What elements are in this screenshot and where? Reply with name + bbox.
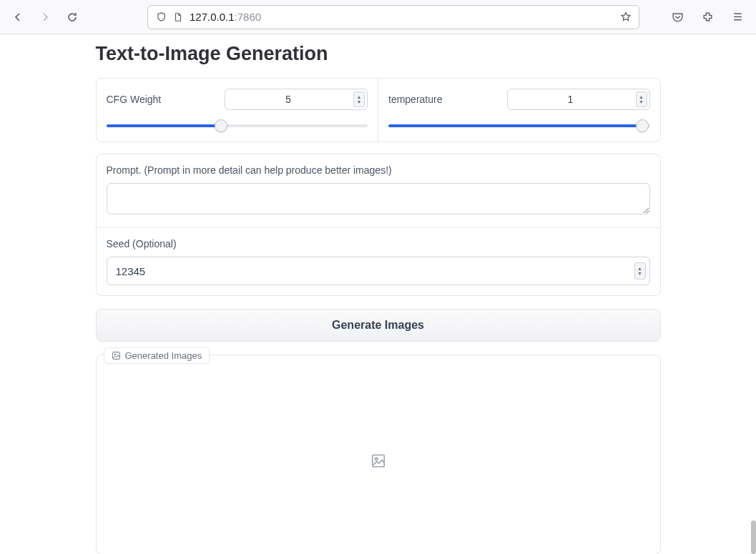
seed-spinner[interactable]: ▲▼: [634, 262, 646, 280]
temperature-spinner[interactable]: ▲▼: [636, 91, 647, 107]
browser-toolbar: 127.0.0.1:7860: [0, 0, 756, 34]
temperature-slider[interactable]: [388, 120, 650, 132]
temperature-block: temperature ▲▼: [378, 79, 660, 142]
url-port: :7860: [235, 11, 262, 23]
reload-button[interactable]: [63, 8, 82, 26]
hamburger-menu-icon[interactable]: [727, 7, 747, 27]
address-text: 127.0.0.1:7860: [190, 11, 614, 23]
page-icon: [172, 11, 184, 23]
output-card: Generated Images: [96, 355, 661, 554]
prompt-input[interactable]: [107, 183, 650, 214]
prompt-label: Prompt. (Prompt in more detail can help …: [107, 164, 650, 176]
pocket-icon[interactable]: [667, 7, 687, 27]
image-placeholder-icon: [370, 453, 386, 469]
prompt-card: Prompt. (Prompt in more detail can help …: [96, 154, 661, 296]
address-bar[interactable]: 127.0.0.1:7860: [147, 5, 639, 29]
shield-icon: [155, 11, 167, 23]
extensions-icon[interactable]: [697, 7, 717, 27]
toolbar-right-icons: [667, 7, 747, 27]
back-button[interactable]: [9, 8, 27, 26]
app-container: Text-to-Image Generation CFG Weight ▲▼: [96, 34, 661, 554]
bookmark-star-icon[interactable]: [620, 11, 632, 23]
image-icon: [112, 351, 121, 360]
output-label-text: Generated Images: [125, 350, 202, 361]
cfg-slider-thumb[interactable]: [215, 119, 227, 132]
page-title: Text-to-Image Generation: [96, 43, 661, 65]
temperature-number-input[interactable]: [507, 89, 650, 110]
seed-label: Seed (Optional): [107, 238, 650, 249]
seed-section: Seed (Optional) ▲▼: [97, 228, 660, 295]
cfg-slider[interactable]: [107, 120, 368, 132]
cfg-label: CFG Weight: [107, 94, 162, 105]
cfg-block: CFG Weight ▲▼: [97, 79, 379, 142]
svg-point-3: [375, 457, 377, 460]
temperature-label: temperature: [388, 94, 442, 105]
cfg-spinner[interactable]: ▲▼: [353, 91, 365, 107]
page-content: Text-to-Image Generation CFG Weight ▲▼: [0, 34, 756, 554]
output-tab-label: Generated Images: [104, 347, 210, 364]
prompt-section: Prompt. (Prompt in more detail can help …: [97, 154, 660, 228]
scrollbar-thumb[interactable]: [751, 520, 756, 554]
seed-input[interactable]: [107, 257, 650, 285]
generate-button[interactable]: Generate Images: [96, 309, 661, 342]
svg-point-1: [114, 354, 116, 355]
url-host: 127.0.0.1: [190, 11, 235, 23]
cfg-number-input[interactable]: [225, 89, 368, 110]
sliders-card: CFG Weight ▲▼ temperature: [96, 78, 661, 142]
forward-button[interactable]: [36, 8, 54, 26]
temperature-slider-thumb[interactable]: [636, 119, 649, 132]
